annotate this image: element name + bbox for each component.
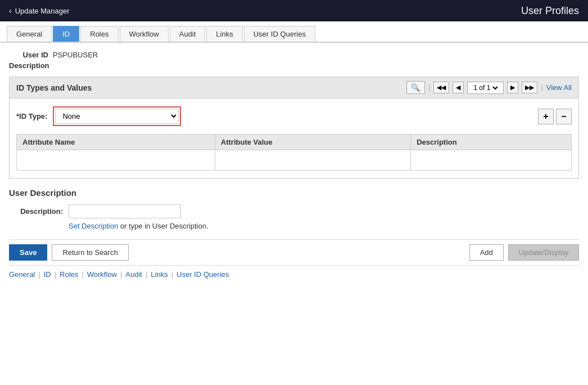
footer-nav: General | ID | Roles | Workflow | Audit … xyxy=(9,265,579,281)
back-arrow-icon: ‹ xyxy=(9,6,12,15)
update-display-button: Update/Display xyxy=(508,244,579,261)
tab-id[interactable]: ID xyxy=(53,26,79,42)
action-row: Save Return to Search Add Update/Display xyxy=(9,239,579,265)
return-to-search-button[interactable]: Return to Search xyxy=(52,244,128,261)
description-field-row: Description: xyxy=(18,204,579,218)
tab-links[interactable]: Links xyxy=(206,26,242,42)
tabs-bar: General ID Roles Workflow Audit Links Us… xyxy=(0,21,588,43)
id-types-body: *ID Type: None + − Attribute Name Attrib… xyxy=(10,99,578,178)
view-all-link[interactable]: View All xyxy=(546,83,572,92)
description-static-label: Description xyxy=(9,61,579,70)
tab-general[interactable]: General xyxy=(7,26,52,42)
footer-link-user-id-queries[interactable]: User ID Queries xyxy=(177,270,229,279)
attr-value-cell xyxy=(215,150,410,171)
save-button[interactable]: Save xyxy=(9,244,47,261)
id-type-row: *ID Type: None + − xyxy=(16,106,572,126)
separator-2: | xyxy=(541,83,542,92)
user-id-label: User ID xyxy=(9,51,48,59)
attr-name-cell xyxy=(17,150,215,171)
desc-field-label: Description: xyxy=(18,207,63,216)
attributes-table: Attribute Name Attribute Value Descripti… xyxy=(16,134,572,171)
tab-user-id-queries[interactable]: User ID Queries xyxy=(244,26,315,42)
user-id-row: User ID PSPUBUSER xyxy=(9,51,579,59)
id-types-header: ID Types and Values 🔍 | ◀◀ ◀ 1 of 1 ▶ ▶▶… xyxy=(10,77,578,99)
footer-link-roles[interactable]: Roles xyxy=(60,270,78,279)
prev-page-button[interactable]: ◀ xyxy=(453,82,464,93)
footer-link-workflow[interactable]: Workflow xyxy=(87,270,117,279)
footer-link-audit[interactable]: Audit xyxy=(125,270,142,279)
user-description-title: User Description xyxy=(9,188,579,198)
id-type-label: *ID Type: xyxy=(16,112,47,120)
set-description-row: Set Description or type in User Descript… xyxy=(69,222,579,230)
separator-1: | xyxy=(428,83,430,92)
tab-audit[interactable]: Audit xyxy=(170,26,206,42)
page-select[interactable]: 1 of 1 xyxy=(471,83,500,92)
back-button[interactable]: ‹ Update Manager xyxy=(9,6,70,15)
attr-desc-cell xyxy=(411,150,572,171)
user-description-section: User Description Description: Set Descri… xyxy=(9,188,579,230)
add-row-button[interactable]: + xyxy=(538,109,554,124)
main-content: User ID PSPUBUSER Description ID Types a… xyxy=(0,43,588,289)
col-attribute-value: Attribute Value xyxy=(215,135,410,150)
table-row xyxy=(17,150,572,171)
pagination-controls: 🔍 | ◀◀ ◀ 1 of 1 ▶ ▶▶ | View All xyxy=(406,81,572,94)
col-description: Description xyxy=(411,135,572,150)
user-id-value: PSPUBUSER xyxy=(53,51,98,59)
id-types-panel: ID Types and Values 🔍 | ◀◀ ◀ 1 of 1 ▶ ▶▶… xyxy=(9,77,579,179)
page-title: User Profiles xyxy=(521,5,579,17)
page-indicator: 1 of 1 xyxy=(467,82,504,94)
add-button[interactable]: Add xyxy=(469,244,504,261)
tab-workflow[interactable]: Workflow xyxy=(120,26,169,42)
col-attribute-name: Attribute Name xyxy=(17,135,215,150)
description-input[interactable] xyxy=(69,204,181,218)
footer-link-links[interactable]: Links xyxy=(151,270,168,279)
action-right-buttons: Add Update/Display xyxy=(469,244,579,261)
footer-link-general[interactable]: General xyxy=(9,270,35,279)
add-remove-buttons: + − xyxy=(538,109,572,124)
back-label: Update Manager xyxy=(15,7,70,15)
id-type-select-wrapper: None xyxy=(53,106,181,126)
top-bar: ‹ Update Manager User Profiles xyxy=(0,0,588,21)
next-page-button[interactable]: ▶ xyxy=(507,82,518,93)
remove-row-button[interactable]: − xyxy=(556,109,572,124)
action-left-buttons: Save Return to Search xyxy=(9,244,129,261)
tab-roles[interactable]: Roles xyxy=(80,26,118,42)
set-description-link[interactable]: Set Description xyxy=(69,222,118,230)
last-page-button[interactable]: ▶▶ xyxy=(522,82,537,93)
id-type-select[interactable]: None xyxy=(55,109,179,124)
id-types-title: ID Types and Values xyxy=(16,83,92,92)
set-description-hint: or type in User Description. xyxy=(120,222,209,230)
search-button[interactable]: 🔍 xyxy=(406,81,425,94)
footer-link-id[interactable]: ID xyxy=(44,270,51,279)
first-page-button[interactable]: ◀◀ xyxy=(433,82,449,93)
